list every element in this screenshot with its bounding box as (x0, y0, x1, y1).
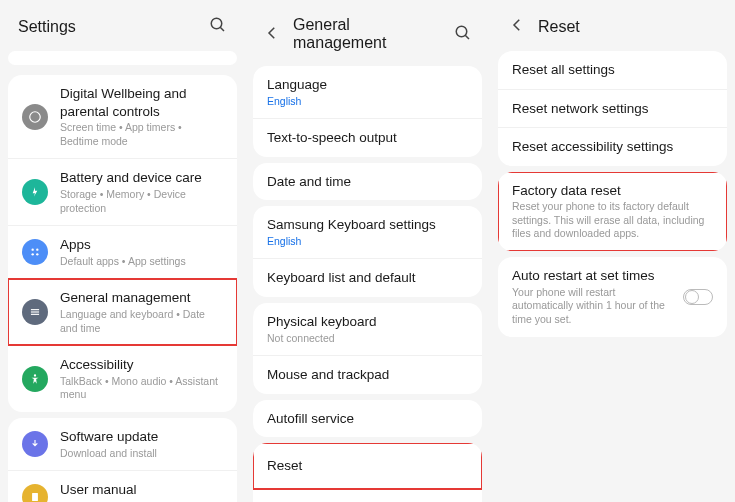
item-factory-reset[interactable]: Factory data reset Reset your phone to i… (498, 172, 727, 251)
item-text: Digital Wellbeing and parental controls … (60, 85, 223, 148)
item-samsung-keyboard[interactable]: Samsung Keyboard settings English (253, 206, 482, 259)
item-title: Battery and device care (60, 169, 223, 187)
reset-group-1: Reset all settings Reset network setting… (498, 51, 727, 166)
update-icon (22, 431, 48, 457)
item-text: General management Language and keyboard… (60, 289, 223, 335)
page-title: General management (293, 16, 444, 52)
item-sub: English (267, 235, 468, 249)
item-title: Autofill service (267, 410, 468, 428)
svg-line-17 (465, 35, 469, 39)
item-reset-all-settings[interactable]: Reset all settings (498, 51, 727, 90)
item-reset-accessibility[interactable]: Reset accessibility settings (498, 128, 727, 166)
search-icon[interactable] (209, 16, 227, 37)
gm-group-physical: Physical keyboard Not connected Mouse an… (253, 303, 482, 394)
item-sub: Default apps • App settings (60, 255, 223, 269)
svg-rect-7 (31, 309, 39, 310)
item-date-time[interactable]: Date and time (253, 163, 482, 201)
item-wellbeing[interactable]: Digital Wellbeing and parental controls … (8, 75, 237, 159)
item-physical-keyboard[interactable]: Physical keyboard Not connected (253, 303, 482, 356)
item-title: Mouse and trackpad (267, 366, 468, 384)
search-icon[interactable] (454, 24, 472, 45)
gm-group-keyboard: Samsung Keyboard settings English Keyboa… (253, 206, 482, 297)
item-title: Samsung Keyboard settings (267, 216, 468, 234)
svg-point-10 (34, 374, 36, 376)
search-placeholder-card (8, 51, 237, 65)
item-text: User manual User manual (60, 481, 223, 502)
item-title: General management (60, 289, 223, 307)
apps-icon (22, 239, 48, 265)
item-accessibility[interactable]: Accessibility TalkBack • Mono audio • As… (8, 346, 237, 412)
item-text: Reset (267, 457, 468, 475)
reset-group-autorestart: Auto restart at set times Your phone wil… (498, 257, 727, 336)
panel-header: Settings (6, 6, 239, 45)
svg-point-0 (211, 18, 222, 29)
svg-point-16 (456, 26, 467, 37)
item-text: Mouse and trackpad (267, 366, 468, 384)
item-title: Accessibility (60, 356, 223, 374)
item-title: Digital Wellbeing and parental controls (60, 85, 223, 120)
svg-point-4 (36, 249, 38, 251)
item-user-manual[interactable]: User manual User manual (8, 471, 237, 502)
page-title: Settings (18, 18, 199, 36)
general-management-panel: General management Language English Text… (245, 0, 490, 502)
item-apps[interactable]: Apps Default apps • App settings (8, 226, 237, 279)
item-reset-network[interactable]: Reset network settings (498, 90, 727, 129)
item-title: Reset accessibility settings (512, 138, 713, 156)
item-text: Reset all settings (512, 61, 713, 79)
item-text: Keyboard list and default (267, 269, 468, 287)
item-title: Language (267, 76, 468, 94)
item-tts[interactable]: Text-to-speech output (253, 119, 482, 157)
item-text: Apps Default apps • App settings (60, 236, 223, 268)
item-language[interactable]: Language English (253, 66, 482, 119)
item-battery[interactable]: Battery and device care Storage • Memory… (8, 159, 237, 226)
panel-header: Reset (496, 6, 729, 45)
wellbeing-icon (22, 104, 48, 130)
gm-group-date: Date and time (253, 163, 482, 201)
svg-point-6 (36, 253, 38, 255)
item-software-update[interactable]: Software update Download and install (8, 418, 237, 471)
item-title: Date and time (267, 173, 468, 191)
settings-group-2: Software update Download and install Use… (8, 418, 237, 502)
item-text: Auto restart at set times Your phone wil… (512, 267, 671, 326)
manual-icon (22, 484, 48, 502)
item-keyboard-list[interactable]: Keyboard list and default (253, 259, 482, 297)
item-text: Factory data reset Reset your phone to i… (512, 182, 713, 241)
back-icon[interactable] (263, 24, 281, 45)
item-sub: Language and keyboard • Date and time (60, 308, 223, 335)
item-title: Reset (267, 457, 468, 475)
item-text: Date and time (267, 173, 468, 191)
reset-group-factory: Factory data reset Reset your phone to i… (498, 172, 727, 251)
svg-rect-9 (31, 314, 39, 315)
item-sub: TalkBack • Mono audio • Assistant menu (60, 375, 223, 402)
svg-rect-8 (31, 312, 39, 313)
item-mouse-trackpad[interactable]: Mouse and trackpad (253, 356, 482, 394)
back-icon[interactable] (508, 16, 526, 37)
battery-icon (22, 179, 48, 205)
item-auto-restart[interactable]: Auto restart at set times Your phone wil… (498, 257, 727, 336)
svg-point-2 (30, 111, 41, 122)
item-title: Reset network settings (512, 100, 713, 118)
reset-panel: Reset Reset all settings Reset network s… (490, 0, 735, 502)
item-sub: Your phone will restart automatically wi… (512, 286, 671, 327)
gm-group-autofill: Autofill service (253, 400, 482, 438)
item-text: Battery and device care Storage • Memory… (60, 169, 223, 215)
item-text: Language English (267, 76, 468, 108)
item-general-management[interactable]: General management Language and keyboard… (8, 279, 237, 346)
item-contact-us[interactable]: Contact us (253, 490, 482, 502)
auto-restart-toggle[interactable] (683, 289, 713, 305)
item-autofill[interactable]: Autofill service (253, 400, 482, 438)
item-title: Text-to-speech output (267, 129, 468, 147)
accessibility-icon (22, 366, 48, 392)
gm-group-language: Language English Text-to-speech output (253, 66, 482, 157)
svg-point-5 (32, 253, 34, 255)
item-text: Samsung Keyboard settings English (267, 216, 468, 248)
item-title: Factory data reset (512, 182, 713, 200)
item-text: Accessibility TalkBack • Mono audio • As… (60, 356, 223, 402)
item-text: Reset accessibility settings (512, 138, 713, 156)
item-title: Physical keyboard (267, 313, 468, 331)
item-title: Reset all settings (512, 61, 713, 79)
general-icon (22, 299, 48, 325)
item-sub: Not connected (267, 332, 468, 346)
item-title: Apps (60, 236, 223, 254)
item-reset[interactable]: Reset (253, 443, 482, 490)
